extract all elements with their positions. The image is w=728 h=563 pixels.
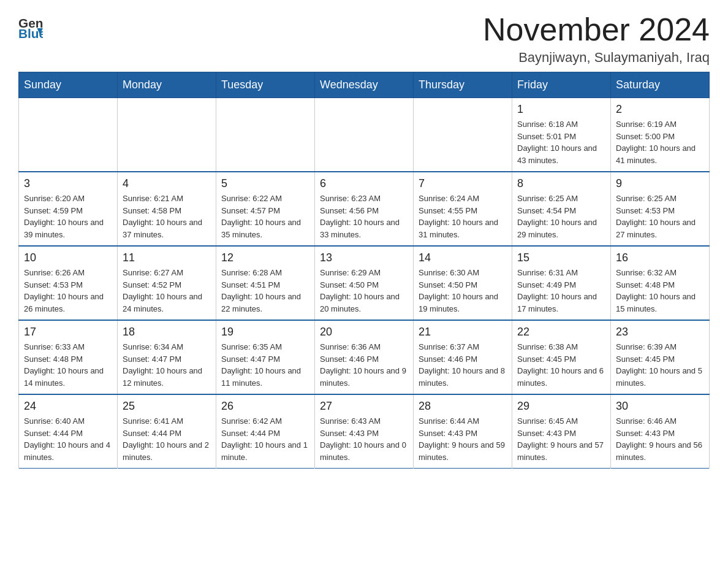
calendar: Sunday Monday Tuesday Wednesday Thursday… — [18, 72, 710, 469]
table-row: 24Sunrise: 6:40 AMSunset: 4:44 PMDayligh… — [19, 394, 118, 469]
day-info: Sunrise: 6:31 AMSunset: 4:49 PMDaylight:… — [517, 267, 605, 315]
day-number: 23 — [616, 326, 704, 339]
title-area: November 2024 Baynjiwayn, Sulaymaniyah, … — [483, 12, 710, 66]
day-info: Sunrise: 6:43 AMSunset: 4:43 PMDaylight:… — [320, 415, 408, 463]
day-number: 12 — [221, 251, 309, 264]
day-info: Sunrise: 6:18 AMSunset: 5:01 PMDaylight:… — [517, 118, 605, 166]
day-info: Sunrise: 6:20 AMSunset: 4:59 PMDaylight:… — [24, 193, 112, 240]
table-row: 17Sunrise: 6:33 AMSunset: 4:48 PMDayligh… — [19, 320, 118, 394]
day-info: Sunrise: 6:42 AMSunset: 4:44 PMDaylight:… — [221, 415, 309, 463]
day-info: Sunrise: 6:28 AMSunset: 4:51 PMDaylight:… — [221, 267, 309, 315]
day-number: 19 — [221, 326, 309, 339]
day-number: 21 — [419, 326, 507, 339]
table-row: 11Sunrise: 6:27 AMSunset: 4:52 PMDayligh… — [118, 246, 216, 320]
table-row: 19Sunrise: 6:35 AMSunset: 4:47 PMDayligh… — [216, 320, 315, 394]
table-row: 9Sunrise: 6:25 AMSunset: 4:53 PMDaylight… — [611, 172, 710, 246]
table-row — [216, 98, 315, 172]
table-row: 16Sunrise: 6:32 AMSunset: 4:48 PMDayligh… — [611, 246, 710, 320]
day-number: 9 — [616, 177, 704, 190]
svg-text:Blue: Blue — [18, 26, 43, 40]
table-row: 13Sunrise: 6:29 AMSunset: 4:50 PMDayligh… — [315, 246, 414, 320]
table-row: 27Sunrise: 6:43 AMSunset: 4:43 PMDayligh… — [315, 394, 414, 469]
day-info: Sunrise: 6:33 AMSunset: 4:48 PMDaylight:… — [24, 341, 112, 389]
calendar-week-row: 10Sunrise: 6:26 AMSunset: 4:53 PMDayligh… — [19, 246, 710, 320]
day-info: Sunrise: 6:35 AMSunset: 4:47 PMDaylight:… — [221, 341, 309, 389]
table-row: 5Sunrise: 6:22 AMSunset: 4:57 PMDaylight… — [216, 172, 315, 246]
calendar-header-row: Sunday Monday Tuesday Wednesday Thursday… — [19, 72, 710, 98]
day-info: Sunrise: 6:36 AMSunset: 4:46 PMDaylight:… — [320, 341, 408, 389]
col-sunday: Sunday — [19, 72, 118, 98]
day-number: 17 — [24, 326, 112, 339]
day-number: 14 — [419, 251, 507, 264]
day-number: 10 — [24, 251, 112, 264]
calendar-week-row: 3Sunrise: 6:20 AMSunset: 4:59 PMDaylight… — [19, 172, 710, 246]
day-number: 1 — [517, 103, 605, 116]
day-info: Sunrise: 6:41 AMSunset: 4:44 PMDaylight:… — [123, 415, 211, 463]
day-info: Sunrise: 6:23 AMSunset: 4:56 PMDaylight:… — [320, 193, 408, 240]
day-number: 26 — [221, 400, 309, 413]
table-row: 10Sunrise: 6:26 AMSunset: 4:53 PMDayligh… — [19, 246, 118, 320]
day-info: Sunrise: 6:34 AMSunset: 4:47 PMDaylight:… — [123, 341, 211, 389]
day-number: 8 — [517, 177, 605, 190]
day-info: Sunrise: 6:38 AMSunset: 4:45 PMDaylight:… — [517, 341, 605, 389]
day-number: 25 — [123, 400, 211, 413]
day-info: Sunrise: 6:32 AMSunset: 4:48 PMDaylight:… — [616, 267, 704, 315]
day-info: Sunrise: 6:19 AMSunset: 5:00 PMDaylight:… — [616, 118, 704, 166]
table-row: 6Sunrise: 6:23 AMSunset: 4:56 PMDaylight… — [315, 172, 414, 246]
table-row: 30Sunrise: 6:46 AMSunset: 4:43 PMDayligh… — [611, 394, 710, 469]
day-number: 2 — [616, 103, 704, 116]
calendar-week-row: 24Sunrise: 6:40 AMSunset: 4:44 PMDayligh… — [19, 394, 710, 469]
table-row — [118, 98, 216, 172]
day-number: 29 — [517, 400, 605, 413]
table-row: 3Sunrise: 6:20 AMSunset: 4:59 PMDaylight… — [19, 172, 118, 246]
day-number: 5 — [221, 177, 309, 190]
header: General Blue November 2024 Baynjiwayn, S… — [18, 12, 710, 66]
col-wednesday: Wednesday — [315, 72, 414, 98]
table-row: 15Sunrise: 6:31 AMSunset: 4:49 PMDayligh… — [512, 246, 611, 320]
day-number: 15 — [517, 251, 605, 264]
table-row: 22Sunrise: 6:38 AMSunset: 4:45 PMDayligh… — [512, 320, 611, 394]
table-row: 12Sunrise: 6:28 AMSunset: 4:51 PMDayligh… — [216, 246, 315, 320]
table-row — [19, 98, 118, 172]
col-saturday: Saturday — [611, 72, 710, 98]
day-number: 24 — [24, 400, 112, 413]
day-info: Sunrise: 6:45 AMSunset: 4:43 PMDaylight:… — [517, 415, 605, 463]
day-number: 27 — [320, 400, 408, 413]
table-row: 25Sunrise: 6:41 AMSunset: 4:44 PMDayligh… — [118, 394, 216, 469]
table-row — [315, 98, 414, 172]
page-title: November 2024 — [483, 12, 710, 47]
day-number: 30 — [616, 400, 704, 413]
day-info: Sunrise: 6:30 AMSunset: 4:50 PMDaylight:… — [419, 267, 507, 315]
table-row: 26Sunrise: 6:42 AMSunset: 4:44 PMDayligh… — [216, 394, 315, 469]
table-row: 29Sunrise: 6:45 AMSunset: 4:43 PMDayligh… — [512, 394, 611, 469]
table-row: 4Sunrise: 6:21 AMSunset: 4:58 PMDaylight… — [118, 172, 216, 246]
day-info: Sunrise: 6:25 AMSunset: 4:53 PMDaylight:… — [616, 193, 704, 240]
table-row: 21Sunrise: 6:37 AMSunset: 4:46 PMDayligh… — [414, 320, 512, 394]
day-number: 28 — [419, 400, 507, 413]
col-thursday: Thursday — [414, 72, 512, 98]
day-info: Sunrise: 6:29 AMSunset: 4:50 PMDaylight:… — [320, 267, 408, 315]
day-number: 22 — [517, 326, 605, 339]
day-number: 3 — [24, 177, 112, 190]
day-info: Sunrise: 6:26 AMSunset: 4:53 PMDaylight:… — [24, 267, 112, 315]
day-info: Sunrise: 6:25 AMSunset: 4:54 PMDaylight:… — [517, 193, 605, 240]
day-number: 20 — [320, 326, 408, 339]
table-row: 2Sunrise: 6:19 AMSunset: 5:00 PMDaylight… — [611, 98, 710, 172]
table-row: 20Sunrise: 6:36 AMSunset: 4:46 PMDayligh… — [315, 320, 414, 394]
col-tuesday: Tuesday — [216, 72, 315, 98]
day-number: 18 — [123, 326, 211, 339]
logo-icon: General Blue — [18, 12, 43, 40]
day-info: Sunrise: 6:22 AMSunset: 4:57 PMDaylight:… — [221, 193, 309, 240]
col-monday: Monday — [118, 72, 216, 98]
page-subtitle: Baynjiwayn, Sulaymaniyah, Iraq — [483, 50, 710, 66]
col-friday: Friday — [512, 72, 611, 98]
table-row: 28Sunrise: 6:44 AMSunset: 4:43 PMDayligh… — [414, 394, 512, 469]
day-number: 11 — [123, 251, 211, 264]
table-row: 1Sunrise: 6:18 AMSunset: 5:01 PMDaylight… — [512, 98, 611, 172]
day-number: 4 — [123, 177, 211, 190]
calendar-week-row: 1Sunrise: 6:18 AMSunset: 5:01 PMDaylight… — [19, 98, 710, 172]
table-row: 7Sunrise: 6:24 AMSunset: 4:55 PMDaylight… — [414, 172, 512, 246]
table-row: 14Sunrise: 6:30 AMSunset: 4:50 PMDayligh… — [414, 246, 512, 320]
day-info: Sunrise: 6:40 AMSunset: 4:44 PMDaylight:… — [24, 415, 112, 463]
table-row: 18Sunrise: 6:34 AMSunset: 4:47 PMDayligh… — [118, 320, 216, 394]
